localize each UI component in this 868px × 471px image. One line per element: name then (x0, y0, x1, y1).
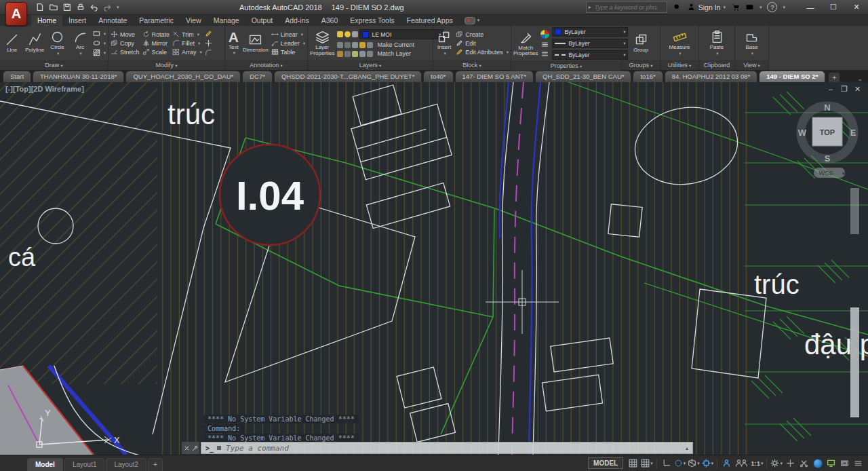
panel-label-clipboard[interactable]: Clipboard (699, 60, 734, 70)
panel-label-utilities[interactable]: Utilities▾ (660, 60, 698, 70)
make-current-button[interactable]: Make Current (377, 41, 414, 48)
move-button[interactable]: Move (111, 31, 140, 38)
command-input[interactable] (224, 443, 682, 453)
save-icon[interactable] (62, 3, 71, 12)
object-color-dropdown[interactable]: ByLayer▾ (552, 27, 628, 37)
command-customize-icon[interactable] (192, 445, 198, 451)
ribbon-tab-output[interactable]: Output (245, 15, 279, 26)
color-wheel-icon[interactable] (540, 30, 549, 39)
ribbon-tab-parametric[interactable]: Parametric (133, 15, 180, 26)
mirror-button[interactable]: Mirror (142, 39, 170, 47)
file-tab[interactable]: DC7* (242, 71, 273, 82)
panel-label-view[interactable]: View▾ (735, 60, 768, 70)
layer-dropdown[interactable]: LE MOI ▾ (359, 29, 443, 39)
panel-label-annotation[interactable]: Annotation▾ (225, 60, 307, 70)
file-tab[interactable]: QHSDD-2021-2030-T...GBANG_PHE DUYET* (274, 71, 422, 82)
arc-button[interactable]: Arc▾ (70, 30, 90, 56)
file-tab-start[interactable]: Start (3, 71, 31, 82)
search-input[interactable] (593, 3, 658, 12)
panel-label-groups[interactable]: Groups▾ (622, 60, 660, 70)
layout-tab-layout2[interactable]: Layout2 (106, 458, 146, 471)
graphics-performance-button[interactable] (825, 457, 837, 469)
layer-delete-icon[interactable] (352, 51, 358, 57)
help-icon[interactable]: ? (767, 2, 777, 12)
ribbon-tab-home[interactable]: Home (31, 15, 62, 26)
file-tab-overflow-icon[interactable]: ⌄ (852, 75, 868, 82)
panel-label-layers[interactable]: Layers▾ (308, 60, 433, 70)
minimize-button[interactable]: — (799, 1, 822, 14)
ribbon-tab-featured-apps[interactable]: Featured Apps (400, 15, 458, 26)
viewcube-east[interactable]: E (850, 128, 856, 138)
undo-icon[interactable] (90, 3, 98, 12)
layer-off-icon[interactable] (352, 42, 358, 48)
panel-label-draw[interactable]: Draw▾ (0, 60, 108, 70)
ribbon-tab-view[interactable]: View (180, 15, 208, 26)
erase-button[interactable] (205, 30, 212, 37)
search-arrow-icon[interactable]: ▸ (589, 4, 591, 10)
match-properties-button[interactable]: Match Properties (513, 31, 538, 57)
autocad-logo-button[interactable]: A (5, 2, 27, 26)
ortho-mode-toggle[interactable] (660, 457, 672, 469)
layer-properties-button[interactable]: Layer Properties (310, 30, 334, 56)
stretch-button[interactable]: Stretch (111, 48, 140, 56)
line-button[interactable]: Line (2, 33, 22, 53)
close-button[interactable]: ✕ (845, 1, 868, 14)
layer-lockfade-icon[interactable] (359, 51, 366, 57)
layer-lock-icon[interactable] (352, 31, 358, 37)
infocenter-search[interactable]: ▸ (586, 1, 667, 13)
edit-block-button[interactable]: Edit (456, 39, 509, 47)
offset-button[interactable] (205, 49, 212, 56)
linear-button[interactable]: Linear▾ (271, 31, 305, 38)
maximize-button[interactable]: ☐ (822, 1, 845, 14)
ribbon-tab-express-tools[interactable]: Express Tools (344, 15, 400, 26)
layer-isolate-icon[interactable] (337, 42, 343, 48)
trim-button[interactable]: Trim▾ (172, 31, 202, 38)
panel-label-properties[interactable]: Properties▾ (511, 61, 621, 71)
copy-button[interactable]: Copy (111, 39, 140, 47)
measure-button[interactable]: Measure▾ (666, 30, 693, 56)
file-tab[interactable]: QH_SDD_21-30_BEN CAU* (535, 71, 631, 82)
doc-restore-icon[interactable]: ❒ (841, 85, 848, 93)
layer-thaw-icon[interactable] (344, 31, 351, 37)
table-button[interactable]: Table (271, 48, 305, 56)
drawing-canvas[interactable]: I.04 trúc cá trúc đậu p Y X (0, 82, 868, 455)
hardware-acceleration-toggle[interactable] (812, 457, 823, 469)
sign-in-button[interactable]: Sign In ▾ (687, 3, 726, 12)
layer-on-icon[interactable] (337, 31, 343, 37)
layer-state-icon[interactable] (337, 51, 343, 57)
linetype-icon[interactable] (541, 50, 549, 58)
create-block-button[interactable]: Create (456, 31, 509, 38)
apps-caret-icon[interactable]: ▾ (760, 5, 762, 10)
file-tab[interactable]: 147- DIEM SO 5 ANT* (455, 71, 534, 82)
layout-tab-layout1[interactable]: Layout1 (64, 458, 105, 471)
edit-attributes-button[interactable]: Edit Attributes▾ (456, 48, 509, 56)
redo-icon[interactable] (103, 3, 112, 12)
qat-dropdown-icon[interactable]: ▾ (117, 5, 119, 10)
lineweight-icon[interactable] (541, 41, 549, 48)
layer-unisolate-icon[interactable] (359, 42, 366, 48)
text-button[interactable]: AText▾ (227, 31, 240, 56)
scale-button[interactable]: Scale (142, 48, 170, 56)
paste-button[interactable]: Paste▾ (703, 30, 730, 56)
base-button[interactable]: Base▾ (738, 30, 766, 56)
autodesk-apps-icon[interactable] (745, 3, 754, 12)
viewcube-west[interactable]: W (798, 128, 807, 138)
doc-close-icon[interactable]: ✕ (854, 85, 861, 93)
ribbon-tab-insert[interactable]: Insert (62, 15, 92, 26)
layer-merge-icon[interactable] (344, 51, 351, 57)
layer-freeze-icon[interactable] (344, 42, 351, 48)
annotation-monitor-toggle[interactable] (785, 457, 796, 469)
new-drawing-tab-button[interactable]: + (829, 73, 840, 82)
explode-button[interactable] (205, 39, 212, 47)
command-options-icon[interactable] (217, 446, 221, 450)
ellipse-button[interactable]: ▾ (93, 39, 106, 47)
viewport-controls[interactable]: [-][Top][2D Wireframe] (5, 85, 84, 93)
rotate-button[interactable]: Rotate (142, 31, 170, 38)
lineweight-dropdown[interactable]: ByLayer▾ (552, 39, 628, 48)
ribbon-media-icon[interactable]: ▾ (459, 15, 486, 26)
search-binoculars-icon[interactable] (673, 3, 682, 12)
rectangle-button[interactable]: ▾ (93, 30, 106, 37)
doc-minimize-icon[interactable]: – (829, 85, 833, 93)
grid-display-toggle[interactable] (627, 457, 639, 469)
ribbon-tab-addins[interactable]: Add-ins (279, 15, 315, 26)
